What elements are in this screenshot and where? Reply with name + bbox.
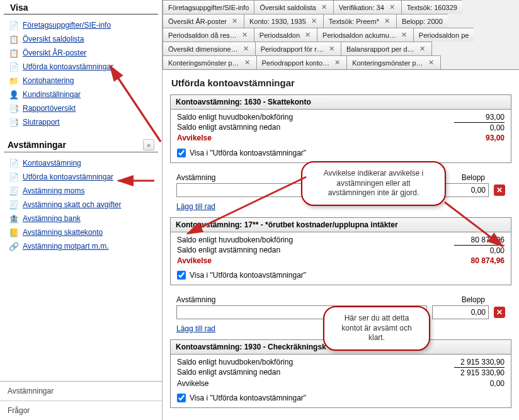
sidebar-item-foretagsuppgifter[interactable]: 📄Företagsuppgifter/SIE-info [6, 18, 158, 32]
callout-avsamt: Här ser du att detta kontot är avsämt oc… [323, 306, 430, 351]
close-icon[interactable]: ✕ [333, 59, 341, 67]
show-checkbox-row: Visa i "Utförda kontoavstämningar" [171, 390, 511, 407]
tab-label: Periodsaldon [260, 31, 300, 39]
close-icon[interactable]: ✕ [328, 45, 336, 53]
belopp-input[interactable] [432, 305, 489, 319]
tab-periodsaldon-pe[interactable]: Periodsaldon pe [413, 28, 474, 42]
tab-oversikt-saldolista[interactable]: Översikt saldolista✕ [254, 0, 333, 14]
close-icon[interactable]: ✕ [388, 3, 396, 11]
tab-konto[interactable]: Konto: 1930, 1935✕ [244, 14, 324, 28]
close-icon[interactable]: ✕ [427, 59, 435, 67]
document-icon: 📄 [9, 20, 19, 30]
sidebar-item-oversikt-ar-poster[interactable]: 📋Översikt ÅR-poster [6, 46, 158, 60]
tab-periodsaldon-ackumu[interactable]: Periodsaldon ackumu…✕ [317, 28, 414, 42]
account-section-17xx: Kontoavstämning: 17** - *örutbet kostnad… [170, 217, 511, 286]
sidebar-item-label: Rapportöversikt [23, 104, 76, 113]
show-checkbox[interactable] [177, 394, 186, 402]
sidebar-item-label: Avstämning motpart m.m. [23, 242, 109, 251]
section-header: Kontoavstämning: 1630 - Skattekonto [171, 95, 511, 110]
show-checkbox-row: Visa i "Utförda kontoavstämningar" [171, 145, 511, 162]
tab-label: Periodsaldon pe [419, 31, 469, 39]
tab-periodsaldon-res[interactable]: Periodsaldon då res…✕ [163, 28, 254, 42]
show-checkbox-row: Visa i "Utförda kontoavstämningar" [171, 267, 511, 285]
belopp-col-header: Belopp [432, 295, 489, 305]
close-icon[interactable]: ✕ [310, 17, 318, 25]
sidebar-bottom-fragor[interactable]: Frågor [0, 400, 162, 420]
kv-rows: Saldo enligt huvudboken/bokföring80 874,… [171, 232, 511, 268]
sidebar-item-avstamning-skatt[interactable]: 🧾Avstämning skatt och avgifter [6, 198, 158, 212]
sidebar-item-utforda-kontoavstamningar-2[interactable]: 📄Utförda kontoavstämningar [6, 170, 158, 184]
sidebar-item-avstamning-skattekonto[interactable]: 📒Avstämning skattekonto [6, 225, 158, 239]
delete-row-icon[interactable]: ✕ [494, 307, 505, 318]
tab-oversikt-dim[interactable]: Översikt dimensione…✕ [163, 42, 256, 55]
row-label: Saldo enligt avstämning nedan [177, 245, 280, 256]
show-checkbox-label: Visa i "Utförda kontoavstämningar" [190, 271, 306, 280]
add-row-link[interactable]: Lägg till rad [170, 198, 222, 217]
tabs-area: Företagsuppgifter/SIE-info Översikt sald… [163, 0, 519, 70]
close-icon[interactable]: ✕ [418, 45, 426, 53]
sidebar-item-avstamning-motpart[interactable]: 🔗Avstämning motpart m.m. [6, 239, 158, 253]
close-icon[interactable]: ✕ [320, 3, 328, 11]
close-icon[interactable]: ✕ [241, 31, 249, 39]
sidebar-section-title-avstamningar: Avstämningar [8, 140, 143, 150]
tabs-row: Översikt dimensione…✕ Periodrapport för … [163, 42, 519, 55]
sidebar-item-avstamning-bank[interactable]: 🏦Avstämning bank [6, 212, 158, 225]
callout-avvikelse: Avvikelse indikerar avvikelse i avstämni… [301, 161, 446, 206]
tab-label: Periodsaldon då res… [168, 31, 237, 39]
tab-foretagsuppgifter[interactable]: Företagsuppgifter/SIE-info [163, 0, 254, 14]
tab-periodsaldon[interactable]: Periodsaldon✕ [254, 28, 317, 42]
sidebar-item-label: Avstämning skatt och avgifter [23, 200, 122, 209]
tab-konteringsmonster-2[interactable]: Konteringsmönster p…✕ [346, 55, 441, 69]
close-icon[interactable]: ✕ [231, 17, 239, 25]
close-icon[interactable]: ✕ [304, 31, 312, 39]
sidebar-section-title-visa: Visa [4, 0, 158, 14]
close-icon[interactable]: ✕ [242, 45, 250, 53]
sidebar-item-avstamning-moms[interactable]: 🧾Avstämning moms [6, 184, 158, 198]
delete-row-icon[interactable]: ✕ [494, 184, 505, 196]
tab-textsok-1[interactable]: Textsök: 160329 [401, 0, 462, 14]
callout-text: Här ser du att detta kontot är avsämt oc… [341, 314, 411, 342]
sidebar-item-label: Avstämning bank [23, 214, 81, 223]
close-icon[interactable]: ✕ [383, 17, 391, 25]
collapse-toggle-icon[interactable]: » [143, 139, 154, 150]
add-row-link[interactable]: Lägg till rad [170, 321, 222, 339]
close-icon[interactable]: ✕ [243, 59, 251, 67]
sidebar-item-utforda-kontoavstamningar[interactable]: 📄Utförda kontoavstämningar [6, 60, 158, 74]
row-label: Saldo enligt avstämning nedan [177, 122, 280, 133]
row-value: 93,00 [454, 112, 505, 122]
tab-periodrapport-r[interactable]: Periodrapport för r…✕ [255, 42, 341, 55]
account-section-1630: Kontoavstämning: 1630 - Skattekonto Sald… [170, 94, 511, 163]
tab-label: Översikt dimensione… [168, 45, 238, 53]
tabs-row: Konteringsmönster p…✕ Periodrapport kont… [163, 55, 519, 69]
tab-verifikation[interactable]: Verifikation: 34✕ [333, 0, 402, 14]
sidebar-item-label: Kontoavstämning [23, 159, 81, 167]
sidebar-bottom-avstamningar[interactable]: Avstämningar [0, 382, 162, 400]
sidebar-item-label: Översikt ÅR-poster [23, 48, 86, 57]
sidebar-item-oversikt-saldolista[interactable]: 📋Översikt saldolista [6, 32, 158, 46]
show-checkbox[interactable] [177, 149, 186, 157]
tab-label: Översikt ÅR-poster [168, 18, 227, 25]
sidebar-item-kontoavstamning[interactable]: 📄Kontoavstämning [6, 156, 158, 170]
tab-label: Konteringsmönster p… [168, 59, 239, 67]
tab-label: Textsök: 160329 [407, 4, 457, 11]
sidebar-item-kundinstallningar[interactable]: 👤Kundinställningar [6, 88, 158, 101]
tab-konteringsmonster-1[interactable]: Konteringsmönster p…✕ [163, 55, 257, 69]
tab-periodrapport-konto[interactable]: Periodrapport konto…✕ [256, 55, 348, 69]
tab-belopp[interactable]: Belopp: 2000 [396, 14, 448, 28]
main-area: Företagsuppgifter/SIE-info Översikt sald… [163, 0, 519, 420]
sidebar-item-kontohantering[interactable]: 📁Kontohantering [6, 74, 158, 88]
show-checkbox[interactable] [177, 271, 186, 280]
link-icon: 🔗 [9, 241, 19, 251]
sidebar-item-slutrapport[interactable]: 📑Slutrapport [6, 115, 158, 129]
tab-label: Periodsaldon ackumu… [322, 31, 396, 39]
sidebar-list-visa: 📄Företagsuppgifter/SIE-info 📋Översikt sa… [0, 17, 162, 133]
report-icon: 📑 [9, 117, 19, 127]
tab-textsok-preem[interactable]: Textsök: Preem*✕ [323, 14, 397, 28]
sidebar-item-rapportoversikt[interactable]: 📑Rapportöversikt [6, 101, 158, 115]
report-icon: 📑 [9, 103, 19, 113]
tab-balansrapport[interactable]: Balansrapport per d…✕ [341, 42, 432, 55]
list-icon: 📋 [9, 34, 19, 44]
tab-oversikt-ar[interactable]: Översikt ÅR-poster✕ [163, 14, 244, 28]
close-icon[interactable]: ✕ [400, 31, 408, 39]
row-label: Saldo enligt huvudboken/bokföring [177, 235, 293, 245]
